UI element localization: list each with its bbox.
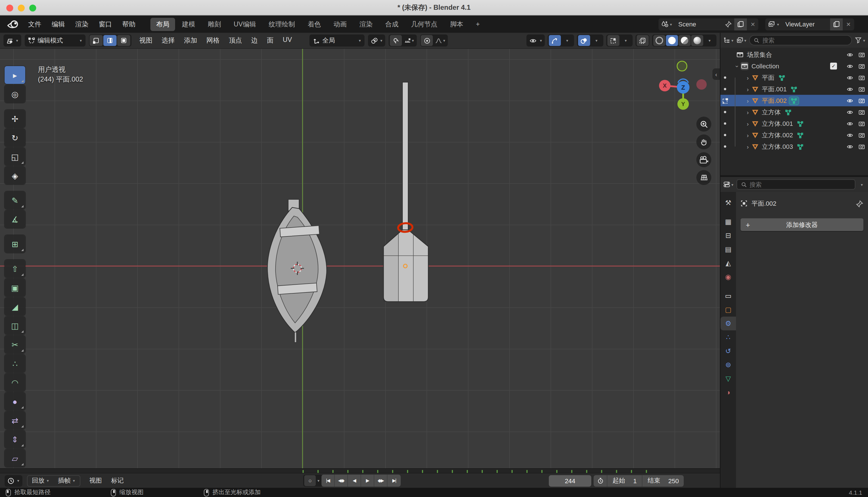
properties-tab-view-layer[interactable]: ▤ [720,242,736,256]
item-name[interactable]: 平面.001 [762,85,787,94]
properties-tab-physics[interactable]: ↺ [720,344,736,358]
viewlayer-name[interactable]: ViewLayer [782,21,830,28]
editor-type-button[interactable]: ▾ [3,34,21,46]
tool-annotate[interactable]: ✎ [4,191,25,209]
properties-tab-world[interactable]: ◉ [720,270,736,284]
properties-tab-scene[interactable]: ◭ [720,256,736,270]
snap-toggle[interactable] [389,35,401,46]
remove-viewlayer-button[interactable]: ✕ [843,21,854,27]
item-name[interactable]: 立方体.002 [762,131,793,139]
expand-chevron[interactable]: › [745,143,751,150]
workspace-tab-纹理绘制[interactable]: 纹理绘制 [263,17,301,31]
workspace-tab-几何节点[interactable]: 几何节点 [405,17,443,31]
workspace-tab-建模[interactable]: 建模 [176,17,201,31]
viewport-menu-顶点[interactable]: 顶点 [224,36,247,45]
shading-settings[interactable]: ▾ [704,35,716,46]
disable-render-icon[interactable] [858,143,865,150]
item-name[interactable]: 场景集合 [747,50,772,59]
viewport-menu-网格[interactable]: 网格 [202,36,224,45]
paddle-object[interactable] [383,82,428,302]
show-overlays-toggle[interactable] [578,35,590,46]
region-collapse-arrow[interactable]: ‹ [712,68,720,80]
snap-settings[interactable]: ▾ [402,35,416,46]
workspace-tab-脚本[interactable]: 脚本 [444,17,469,31]
properties-search-input[interactable] [749,181,851,188]
viewport-menu-视图[interactable]: 视图 [135,36,157,45]
viewlayer-selector[interactable]: ▾ ViewLayer ✕ [766,18,854,30]
hide-eye-icon[interactable] [846,143,854,150]
gizmos-settings[interactable]: ▾ [561,35,573,46]
current-frame-field[interactable]: 244 [549,475,591,486]
properties-tab-data[interactable]: ▽ [720,372,736,385]
auto-keying-toggle[interactable]: ○ [304,475,316,486]
outliner-search-input[interactable] [762,37,848,44]
outliner-display-mode-button[interactable]: ▾ [736,37,746,44]
tool-knife[interactable]: ✂ [4,336,25,353]
expand-chevron[interactable]: › [745,132,751,138]
outliner-row-场景集合[interactable]: › 场景集合 ✓ [720,49,868,60]
tool-rotate[interactable]: ↻ [4,129,25,146]
expand-chevron[interactable]: › [745,120,751,127]
transform-orientation[interactable]: 全局▾ [309,34,364,46]
properties-tab-modifiers[interactable]: ⚙ [720,316,736,330]
workspace-tab-着色[interactable]: 着色 [302,17,327,31]
mode-selector[interactable]: 编辑模式▾ [25,34,85,46]
timeline-strip[interactable] [0,469,720,473]
add-modifier-button[interactable]: + 添加修改器 [740,218,864,231]
proportional-falloff[interactable]: ▾ [433,35,447,46]
outliner-row-平面.002[interactable]: › 平面.002 ✓ [720,95,868,106]
scene-name[interactable]: Scene [675,21,723,28]
outliner-row-立方体.001[interactable]: › 立方体.001 ✓ [720,118,868,129]
visibility-popover[interactable]: ▾ [527,34,545,46]
hide-eye-icon[interactable] [846,86,854,92]
item-name[interactable]: 平面.002 [762,96,787,105]
tool-add-cube[interactable]: ⊞ [4,235,25,253]
playback-previous-keyframe[interactable]: ◀◆ [335,474,348,487]
workspace-tab-合成[interactable]: 合成 [380,17,404,31]
hide-eye-icon[interactable] [846,132,854,138]
tool-loop-cut[interactable]: ◫ [4,316,25,335]
vertex-select-mode[interactable] [90,35,103,46]
playback-jump-to-start[interactable]: |◀ [322,474,335,487]
workspace-tab-雕刻[interactable]: 雕刻 [202,17,227,31]
edge-select-mode[interactable] [103,35,117,46]
timeline-menu-视图[interactable]: 视图 [85,476,106,485]
disable-render-icon[interactable] [858,109,865,115]
shading-rendered[interactable] [691,35,703,46]
disable-render-icon[interactable] [858,86,865,92]
outliner-row-立方体.002[interactable]: › 立方体.002 ✓ [720,129,868,141]
hide-eye-icon[interactable] [846,52,854,58]
outliner-row-立方体.003[interactable]: › 立方体.003 ✓ [720,141,868,152]
zoom-view-button[interactable] [696,117,711,131]
tool-edge-slide[interactable]: ⇄ [4,411,25,429]
tool-inset-faces[interactable]: ▣ [4,279,25,297]
tool-scale[interactable]: ◱ [4,148,25,166]
topbar-menu-编辑[interactable]: 编辑 [46,15,70,33]
topbar-menu-窗口[interactable]: 窗口 [93,15,117,33]
tool-extrude-region[interactable]: ⇧ [4,260,25,278]
expand-chevron[interactable]: › [745,74,751,81]
expand-chevron[interactable]: › [745,86,751,92]
expand-chevron[interactable]: › [745,109,751,115]
tool-transform[interactable]: ◈ [4,167,25,184]
tool-poly-build[interactable]: ∴ [4,355,25,372]
workspace-tab-动画[interactable]: 动画 [328,17,352,31]
outliner-row-立方体[interactable]: › 立方体 ✓ [720,106,868,118]
properties-options[interactable]: ▾ [858,182,865,186]
hide-eye-icon[interactable] [846,63,854,69]
viewport-menu-面[interactable]: 面 [262,36,278,45]
face-select-mode[interactable] [117,35,130,46]
auto-keying-settings[interactable]: ▾ [316,479,321,483]
outliner-row-平面.001[interactable]: › 平面.001 ✓ [720,83,868,95]
properties-tab-particles[interactable]: ∴ [720,330,736,344]
viewport-menu-选择[interactable]: 选择 [157,36,179,45]
workspace-tab-+[interactable]: + [470,18,485,30]
new-viewlayer-button[interactable] [830,18,843,30]
tool-smooth[interactable]: ● [4,393,25,410]
outliner-row-Collection[interactable]: › Collection ✓ [720,60,868,72]
scene-icon[interactable]: ▾ [659,21,675,28]
properties-tab-tool[interactable]: ⚒ [720,196,736,210]
tool-measure[interactable]: ∡ [4,210,25,228]
proportional-editing-toggle[interactable] [421,35,433,46]
zoom-window-button[interactable] [29,4,36,12]
